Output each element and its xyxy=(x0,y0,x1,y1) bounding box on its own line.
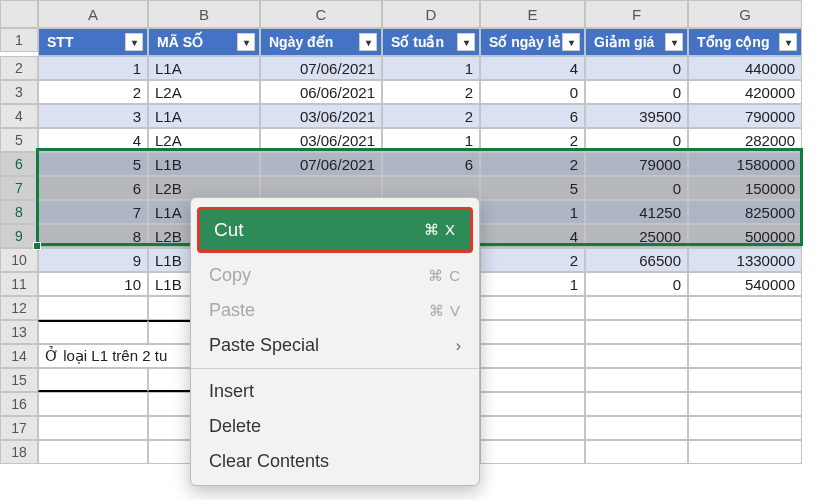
context-menu-item[interactable]: Copy⌘ C xyxy=(191,258,479,293)
cell[interactable] xyxy=(688,392,802,416)
row-header-10[interactable]: 10 xyxy=(0,248,38,272)
cell[interactable]: 1 xyxy=(38,56,148,80)
cell[interactable]: 1330000 xyxy=(688,248,802,272)
cell[interactable]: 1 xyxy=(480,272,585,296)
filter-dropdown-icon[interactable]: ▾ xyxy=(457,33,475,51)
cell[interactable]: 0 xyxy=(585,56,688,80)
column-header-f[interactable]: F xyxy=(585,0,688,28)
cell[interactable]: 07/06/2021 xyxy=(260,56,382,80)
cell[interactable] xyxy=(38,392,148,416)
filter-dropdown-icon[interactable]: ▾ xyxy=(359,33,377,51)
cell[interactable]: 1580000 xyxy=(688,152,802,176)
filter-dropdown-icon[interactable]: ▾ xyxy=(562,33,580,51)
cell[interactable]: 790000 xyxy=(688,104,802,128)
cell[interactable] xyxy=(688,368,802,392)
cell[interactable] xyxy=(688,296,802,320)
table-header[interactable]: Giảm giá▾ xyxy=(585,28,688,56)
cell[interactable] xyxy=(38,296,148,320)
cell[interactable]: 8 xyxy=(38,224,148,248)
table-header[interactable]: Ngày đến▾ xyxy=(260,28,382,56)
cell[interactable]: 5 xyxy=(38,152,148,176)
cell[interactable] xyxy=(585,344,688,368)
cell[interactable] xyxy=(480,416,585,440)
cell[interactable]: 1 xyxy=(382,128,480,152)
column-header-e[interactable]: E xyxy=(480,0,585,28)
cell[interactable]: 282000 xyxy=(688,128,802,152)
cell[interactable]: 79000 xyxy=(585,152,688,176)
selection-handle[interactable] xyxy=(33,242,41,250)
row-header-4[interactable]: 4 xyxy=(0,104,38,128)
cell[interactable]: 39500 xyxy=(585,104,688,128)
cell[interactable]: 6 xyxy=(382,152,480,176)
cell[interactable]: 2 xyxy=(480,248,585,272)
context-menu-item[interactable]: Paste⌘ V xyxy=(191,293,479,328)
row-header-11[interactable]: 11 xyxy=(0,272,38,296)
cell[interactable]: L2A xyxy=(148,80,260,104)
row-header-17[interactable]: 17 xyxy=(0,416,38,440)
cell[interactable] xyxy=(585,320,688,344)
cell[interactable]: 3 xyxy=(38,104,148,128)
cell[interactable]: 2 xyxy=(38,80,148,104)
cell[interactable]: 07/06/2021 xyxy=(260,152,382,176)
cell[interactable]: 150000 xyxy=(688,176,802,200)
cell[interactable] xyxy=(480,392,585,416)
row-header-13[interactable]: 13 xyxy=(0,320,38,344)
cell[interactable] xyxy=(480,344,585,368)
cell[interactable]: 1 xyxy=(382,56,480,80)
cell[interactable]: 5 xyxy=(480,176,585,200)
column-header-g[interactable]: G xyxy=(688,0,802,28)
cell[interactable]: 420000 xyxy=(688,80,802,104)
row-header-1[interactable]: 1 xyxy=(0,28,38,52)
cell[interactable]: 6 xyxy=(38,176,148,200)
cell[interactable]: 9 xyxy=(38,248,148,272)
table-header[interactable]: Tổng cộng▾ xyxy=(688,28,802,56)
select-all-corner[interactable] xyxy=(0,0,38,28)
column-header-c[interactable]: C xyxy=(260,0,382,28)
row-header-5[interactable]: 5 xyxy=(0,128,38,152)
cell[interactable] xyxy=(585,368,688,392)
cell[interactable]: 500000 xyxy=(688,224,802,248)
cell[interactable] xyxy=(688,440,802,464)
cell[interactable]: 10 xyxy=(38,272,148,296)
cell[interactable]: 440000 xyxy=(688,56,802,80)
cell[interactable]: 1 xyxy=(480,200,585,224)
cell[interactable]: 25000 xyxy=(585,224,688,248)
cell[interactable]: 0 xyxy=(585,128,688,152)
cell[interactable]: 0 xyxy=(585,272,688,296)
cell[interactable] xyxy=(688,416,802,440)
filter-dropdown-icon[interactable]: ▾ xyxy=(779,33,797,51)
filter-dropdown-icon[interactable]: ▾ xyxy=(237,33,255,51)
cell[interactable]: L2A xyxy=(148,128,260,152)
cell[interactable]: 2 xyxy=(480,152,585,176)
cell[interactable]: 4 xyxy=(38,128,148,152)
cell[interactable]: 825000 xyxy=(688,200,802,224)
cell[interactable] xyxy=(585,440,688,464)
cell[interactable] xyxy=(480,320,585,344)
cell[interactable] xyxy=(38,368,148,392)
cell[interactable] xyxy=(688,344,802,368)
cell[interactable]: 4 xyxy=(480,56,585,80)
row-header-14[interactable]: 14 xyxy=(0,344,38,368)
context-menu-item[interactable]: Cut⌘ X xyxy=(197,207,473,253)
cell[interactable] xyxy=(38,440,148,464)
row-header-7[interactable]: 7 xyxy=(0,176,38,200)
cell[interactable]: 7 xyxy=(38,200,148,224)
filter-dropdown-icon[interactable]: ▾ xyxy=(125,33,143,51)
context-menu-item[interactable]: Clear Contents xyxy=(191,444,479,479)
cell[interactable] xyxy=(480,296,585,320)
cell[interactable]: 03/06/2021 xyxy=(260,104,382,128)
table-header[interactable]: MÃ SỐ▾ xyxy=(148,28,260,56)
column-header-d[interactable]: D xyxy=(382,0,480,28)
cell[interactable] xyxy=(585,296,688,320)
context-menu[interactable]: Cut⌘ XCopy⌘ CPaste⌘ VPaste Special›Inser… xyxy=(190,197,480,486)
cell[interactable]: L1B xyxy=(148,152,260,176)
row-header-15[interactable]: 15 xyxy=(0,368,38,392)
cell[interactable]: 4 xyxy=(480,224,585,248)
context-menu-item[interactable]: Paste Special› xyxy=(191,328,479,363)
context-menu-item[interactable]: Insert xyxy=(191,374,479,409)
row-header-8[interactable]: 8 xyxy=(0,200,38,224)
row-header-3[interactable]: 3 xyxy=(0,80,38,104)
cell[interactable]: 0 xyxy=(585,80,688,104)
table-header[interactable]: Số tuần▾ xyxy=(382,28,480,56)
cell[interactable] xyxy=(585,392,688,416)
